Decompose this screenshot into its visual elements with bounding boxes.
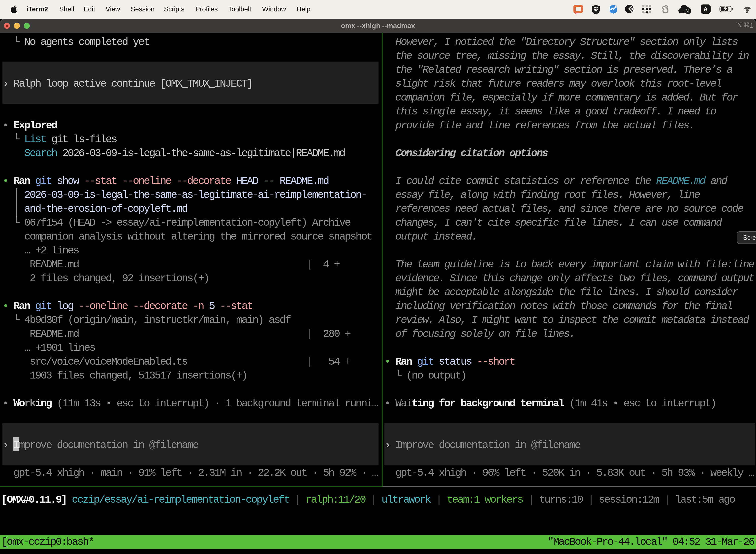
svg-text:..61: ..61 (683, 9, 690, 13)
svg-text:1: 1 (750, 22, 754, 29)
svg-text:A: A (703, 6, 708, 12)
